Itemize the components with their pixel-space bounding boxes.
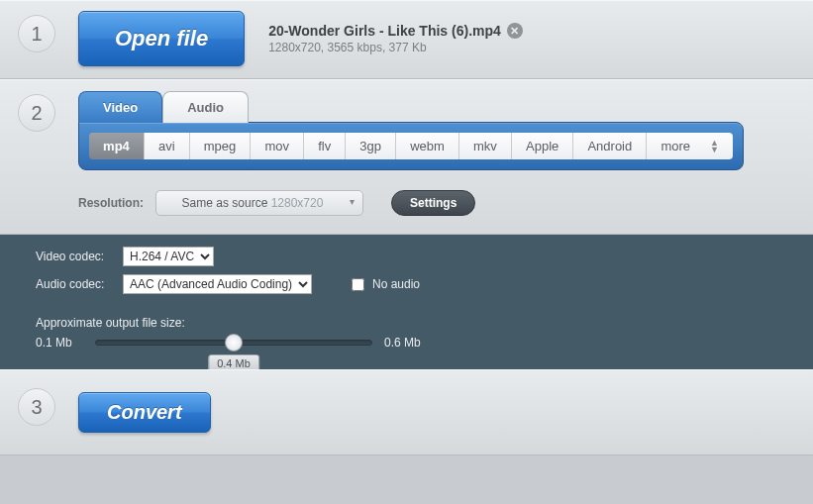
convert-button[interactable]: Convert (78, 392, 211, 433)
no-audio-label: No audio (372, 277, 420, 291)
format-mkv[interactable]: mkv (458, 133, 511, 159)
settings-panel: Video codec: H.264 / AVC Audio codec: AA… (0, 235, 813, 369)
format-mov[interactable]: mov (250, 133, 303, 159)
chevron-updown-icon: ▲▼ (710, 140, 719, 153)
audio-codec-label: Audio codec: (36, 277, 113, 291)
format-bar: mp4 avi mpeg mov flv 3gp webm mkv Apple … (78, 122, 744, 170)
resolution-detail: 1280x720 (271, 196, 324, 210)
format-apple[interactable]: Apple (511, 133, 572, 159)
open-file-button[interactable]: Open file (78, 11, 245, 66)
step-1-section: 1 Open file 20-Wonder Girls - Like This … (0, 0, 813, 79)
audio-codec-select[interactable]: AAC (Advanced Audio Coding) (123, 274, 312, 294)
step-number-3: 3 (18, 388, 55, 426)
step-3-section: 3 Convert (0, 369, 813, 455)
step-number-1: 1 (18, 15, 55, 52)
resolution-label: Resolution: (78, 196, 144, 210)
video-codec-select[interactable]: H.264 / AVC (123, 247, 214, 266)
resolution-dropdown[interactable]: Same as source 1280x720 (155, 190, 363, 216)
format-android[interactable]: Android (572, 133, 646, 159)
file-name-text: 20-Wonder Girls - Like This (6).mp4 (268, 23, 501, 39)
size-slider[interactable]: 0.4 Mb (95, 340, 372, 346)
step-number-2: 2 (18, 94, 55, 132)
format-mp4[interactable]: mp4 (89, 133, 144, 159)
slider-thumb[interactable] (225, 334, 243, 352)
format-more-label: more (661, 139, 690, 153)
close-icon[interactable]: ✕ (507, 23, 523, 39)
tab-audio[interactable]: Audio (162, 91, 249, 123)
format-avi[interactable]: avi (144, 133, 189, 159)
settings-button[interactable]: Settings (391, 190, 475, 216)
format-3gp[interactable]: 3gp (345, 133, 395, 159)
resolution-value: Same as source (182, 196, 268, 210)
format-webm[interactable]: webm (395, 133, 458, 159)
no-audio-checkbox[interactable] (352, 278, 364, 291)
step-2-section: 2 Video Audio mp4 avi mpeg mov flv 3gp w… (0, 79, 813, 235)
format-mpeg[interactable]: mpeg (189, 133, 251, 159)
approx-size-label: Approximate output file size: (36, 316, 777, 330)
format-more[interactable]: more ▲▼ (646, 133, 733, 159)
slider-max: 0.6 Mb (384, 336, 432, 350)
video-codec-label: Video codec: (36, 250, 113, 263)
file-meta: 1280x720, 3565 kbps, 377 Kb (268, 41, 523, 54)
tab-video[interactable]: Video (78, 91, 162, 123)
format-flv[interactable]: flv (303, 133, 345, 159)
file-info: 20-Wonder Girls - Like This (6).mp4 ✕ 12… (268, 23, 523, 54)
slider-min: 0.1 Mb (36, 336, 83, 350)
